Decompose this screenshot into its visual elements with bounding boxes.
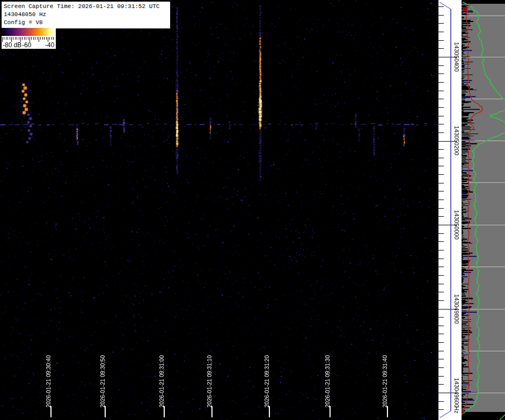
frequency-axis-label: 143049600: [453, 378, 460, 407]
time-axis-label: 2026-01-21 09:31:30: [324, 355, 331, 408]
time-axis-label: 2026-01-21 09:31:10: [206, 355, 213, 408]
frequency-axis-label: 143050400: [453, 42, 460, 71]
time-axis-tick: [269, 406, 270, 417]
time-axis-tick: [164, 406, 165, 417]
frequency-axis-label: 143050200: [453, 126, 460, 155]
config-line: Config = V8: [4, 19, 169, 27]
time-axis-label: 2026-01-21 09:31:40: [382, 355, 388, 408]
time-axis-label: 2026-01-21 09:30:40: [45, 355, 52, 408]
time-axis-tick: [330, 406, 331, 417]
time-axis-tick: [105, 406, 106, 417]
info-panel: Screen Capture Time: 2026-01-21 09:31:52…: [1, 1, 171, 29]
frequency-ruler: 1430504001430502001430500001430498001430…: [438, 0, 462, 420]
live-spectrum-display: [462, 0, 505, 420]
color-scale-legend: -80 dB-60-40: [2, 27, 56, 49]
spectrogram-screen-capture: Screen Capture Time: 2026-01-21 09:31:52…: [0, 0, 505, 420]
time-axis-tick: [387, 406, 388, 417]
time-axis-label: 2026-01-21 09:30:50: [99, 355, 106, 408]
capture-time-line: Screen Capture Time: 2026-01-21 09:31:52…: [4, 3, 169, 11]
color-scale-gradient-bar: [2, 28, 56, 36]
frequency-axis-label: 143050000: [453, 210, 460, 239]
db-scale-label: -80 dB: [3, 41, 21, 49]
frequency-line: 143048050 Hz: [4, 11, 169, 19]
frequency-axis-label: 143049800: [453, 294, 460, 323]
db-scale-label: -60: [22, 41, 31, 49]
waterfall-display: [0, 0, 438, 420]
time-axis-tick: [50, 406, 52, 417]
time-axis-tick: [211, 406, 213, 417]
db-scale-label: -40: [45, 41, 54, 49]
time-axis-label: 2026-01-21 09:31:00: [158, 355, 165, 408]
time-axis-label: 2026-01-21 09:31:20: [264, 355, 270, 408]
frequency-unit-label: Hz: [453, 406, 460, 413]
